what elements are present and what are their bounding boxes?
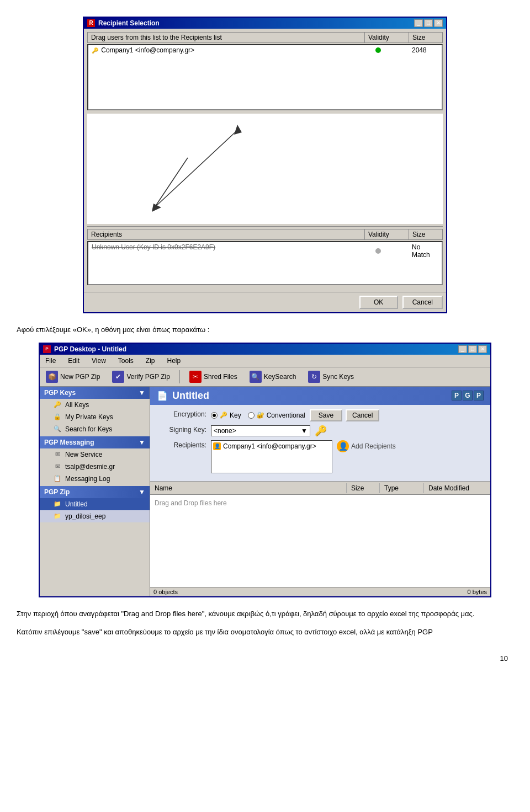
new-service-icon: ✉ xyxy=(53,450,62,459)
recipients-value: 👤 Company1 <info@company.gr> 👤 Add Recip… xyxy=(211,440,484,473)
pgp-content-area: 📄 Untitled P G P Encryption: xyxy=(150,387,490,596)
sidebar-item-search-keys[interactable]: 🔍 Search for Keys xyxy=(40,423,150,435)
pgp-form: Encryption: 🔑 Key 🔐 Conventiona xyxy=(150,405,490,482)
sidebar-item-private-keys[interactable]: 🔒 My Private Keys xyxy=(40,411,150,423)
tsalp-icon: ✉ xyxy=(53,462,62,471)
recipients-row: Recipients: 👤 Company1 <info@company.gr>… xyxy=(157,440,484,473)
svg-line-0 xyxy=(155,130,237,207)
dialog-icon: R xyxy=(87,19,95,27)
pgp-logo-p2: P xyxy=(474,391,484,400)
pgp-titlebar: P PGP Desktop - Untitled _ □ ✕ xyxy=(40,344,490,355)
menu-help[interactable]: Help xyxy=(164,356,184,366)
shred-icon: ✂ xyxy=(189,371,202,383)
files-col-size: Size xyxy=(347,483,380,493)
statusbar-objects: 0 objects xyxy=(153,589,178,595)
menu-zip[interactable]: Zip xyxy=(142,356,158,366)
recipient-row: Unknown User (Key ID is 0x0x2F6E2A9F) No… xyxy=(88,242,442,260)
menu-view[interactable]: View xyxy=(88,356,109,366)
key-icon: 🔑 xyxy=(92,47,98,54)
recipient-name: Unknown User (Key ID is 0x0x2F6E2A9F) xyxy=(88,243,364,259)
sidebar-item-tsalp[interactable]: ✉ tsalp@desmie.gr xyxy=(40,461,150,473)
untitled-icon: 📄 xyxy=(157,391,168,401)
files-col-name: Name xyxy=(150,483,347,493)
sidebar-item-untitled[interactable]: 📁 Untitled xyxy=(40,498,150,510)
arrow-diagram xyxy=(87,114,443,224)
key-radio-dot xyxy=(211,412,218,419)
minimize-button[interactable]: _ xyxy=(414,19,423,27)
private-keys-icon: 🔒 xyxy=(53,413,62,421)
menu-file[interactable]: File xyxy=(42,356,59,366)
conventional-radio-icon: 🔐 xyxy=(257,412,264,419)
recipients-list-header: Recipients Validity Size xyxy=(87,229,443,240)
maximize-button[interactable]: □ xyxy=(424,19,433,27)
user-row: 🔑 Company1 <info@company.gr> 2048 xyxy=(88,45,442,55)
pgp-content-title: 📄 Untitled xyxy=(157,390,209,402)
recipients-col-validity: Validity xyxy=(365,229,409,239)
sidebar-section-keys: PGP Keys ▼ 🔑 All Keys 🔒 My Private Keys … xyxy=(40,387,150,435)
sidebar-keys-header[interactable]: PGP Keys ▼ xyxy=(40,387,150,399)
pgp-restore-btn[interactable]: □ xyxy=(468,345,477,353)
key-badge-icon: 🔑 xyxy=(315,425,327,437)
gray-dot-icon xyxy=(375,248,381,254)
sidebar-section-zip: PGP Zip ▼ 📁 Untitled 📁 yp_dilosi_eep xyxy=(40,486,150,522)
add-recipients-icon: 👤 xyxy=(337,440,349,452)
svg-line-2 xyxy=(155,158,188,207)
pgp-close-btn[interactable]: ✕ xyxy=(478,345,487,353)
new-pgp-zip-button[interactable]: 📦 New PGP Zip xyxy=(42,369,104,384)
files-col-date: Date Modified xyxy=(424,483,490,493)
user-name: 🔑 Company1 <info@company.gr> xyxy=(88,46,364,55)
keysearch-button[interactable]: 🔍 KeySearch xyxy=(246,369,300,384)
cancel-button[interactable]: Cancel xyxy=(402,296,443,309)
dialog-title: R Recipient Selection xyxy=(87,19,160,27)
svg-marker-1 xyxy=(234,125,242,135)
sidebar-item-all-keys[interactable]: 🔑 All Keys xyxy=(40,399,150,411)
menu-edit[interactable]: Edit xyxy=(65,356,83,366)
pgp-title: P PGP Desktop - Untitled xyxy=(43,345,126,353)
save-button[interactable]: Save xyxy=(310,409,342,421)
recipient-entry: 👤 Company1 <info@company.gr> xyxy=(213,442,330,450)
sync-keys-button[interactable]: ↻ Sync Keys xyxy=(304,369,358,384)
conventional-radio-item[interactable]: 🔐 Conventional xyxy=(248,412,305,419)
recipient-validity xyxy=(364,243,409,259)
verify-icon: ✔ xyxy=(112,371,124,383)
pgp-statusbar: 0 objects 0 bytes xyxy=(150,587,490,596)
verify-pgp-zip-button[interactable]: ✔ Verify PGP Zip xyxy=(108,369,173,384)
pgp-minimize-btn[interactable]: _ xyxy=(458,345,467,353)
dialog-buttons: OK Cancel xyxy=(84,292,446,312)
user-size: 2048 xyxy=(409,46,442,55)
pgp-app-icon: P xyxy=(43,345,51,353)
ok-button[interactable]: OK xyxy=(359,296,398,309)
pgp-desktop-window: P PGP Desktop - Untitled _ □ ✕ File Edit… xyxy=(39,343,491,597)
signing-key-dropdown[interactable]: <none> ▼ xyxy=(211,425,310,436)
recipient-selection-dialog: R Recipient Selection _ □ ✕ Drag users f… xyxy=(83,17,447,313)
users-col-size: Size xyxy=(409,33,442,42)
cancel-button[interactable]: Cancel xyxy=(346,409,379,421)
sidebar-messaging-header[interactable]: PGP Messaging ▼ xyxy=(40,436,150,448)
page-number: 10 xyxy=(11,654,519,663)
files-col-type: Type xyxy=(380,483,424,493)
key-radio-item[interactable]: 🔑 Key xyxy=(211,412,241,419)
sidebar-item-messaging-log[interactable]: 📋 Messaging Log xyxy=(40,473,150,485)
green-dot-icon xyxy=(375,47,381,53)
sidebar-item-new-service[interactable]: ✉ New Service xyxy=(40,448,150,461)
pgp-menubar: File Edit View Tools Zip Help xyxy=(40,355,490,367)
encryption-radio-group: 🔑 Key 🔐 Conventional xyxy=(211,412,305,419)
shred-files-button[interactable]: ✂ Shred Files xyxy=(186,369,241,384)
files-drop-zone[interactable]: Drag and Drop files here xyxy=(150,495,490,550)
conventional-radio-dot xyxy=(248,412,255,419)
pgp-logo-p1: P xyxy=(452,391,462,400)
encryption-label: Encryption: xyxy=(157,409,206,418)
separator xyxy=(87,226,443,227)
users-col-name: Drag users from this list to the Recipie… xyxy=(88,33,365,42)
close-button[interactable]: ✕ xyxy=(434,19,443,27)
menu-tools[interactable]: Tools xyxy=(115,356,137,366)
sidebar-item-yp-dilosi[interactable]: 📁 yp_dilosi_eep xyxy=(40,510,150,522)
dialog-content: Drag users from this list to the Recipie… xyxy=(84,29,446,292)
arrows-svg xyxy=(87,114,443,224)
sidebar-zip-header[interactable]: PGP Zip ▼ xyxy=(40,486,150,498)
dialog-controls: _ □ ✕ xyxy=(414,19,443,27)
toolbar-divider-1 xyxy=(179,370,180,383)
add-recipients-button[interactable]: 👤 Add Recipients xyxy=(337,440,396,452)
pgp-logo-g: G xyxy=(463,391,473,400)
signing-key-label: Signing Key: xyxy=(157,425,206,434)
